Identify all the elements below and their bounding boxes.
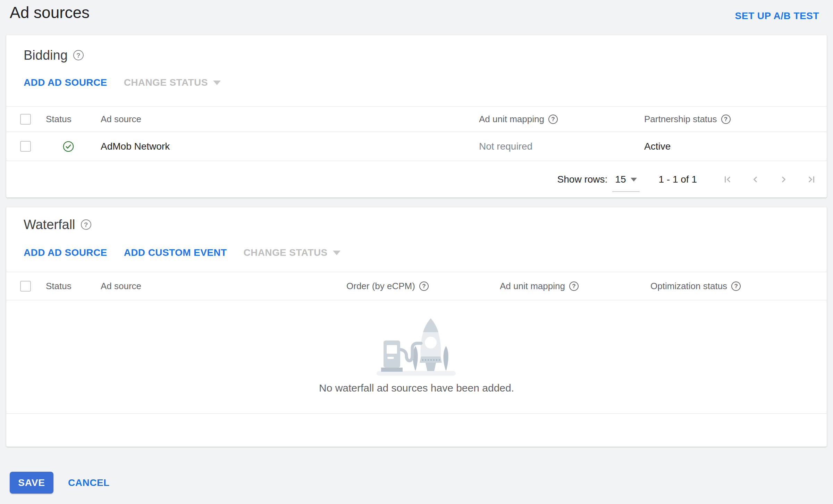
rows-per-page-value: 15 [615,174,626,185]
help-icon[interactable]: ? [731,282,741,291]
help-icon[interactable]: ? [721,115,731,124]
chevron-down-icon [631,178,637,182]
page-actions: SAVE CANCEL [10,472,833,494]
add-ad-source-button[interactable]: ADD AD SOURCE [24,78,107,87]
help-icon[interactable]: ? [81,219,91,230]
first-page-button[interactable] [723,174,733,185]
help-icon[interactable]: ? [569,282,579,291]
column-ad-source: Ad source [101,281,346,292]
column-optimization-status: Optimization status ? [650,281,827,292]
bidding-title: Bidding [24,48,68,63]
column-ad-unit-mapping: Ad unit mapping ? [479,114,644,125]
save-button[interactable]: SAVE [10,472,53,494]
change-status-button[interactable]: CHANGE STATUS [243,248,340,258]
help-icon[interactable]: ? [419,282,429,291]
bidding-pagination: Show rows: 15 1 - 1 of 1 [6,161,827,198]
partnership-status-value: Active [644,141,827,152]
pager-controls [723,174,816,185]
ad-source-name: AdMob Network [101,141,479,152]
waterfall-card: Waterfall ? ADD AD SOURCE ADD CUSTOM EVE… [6,207,827,447]
waterfall-empty-state: No waterfall ad sources have been added. [6,300,827,414]
page-range: 1 - 1 of 1 [658,174,697,185]
bidding-actions: ADD AD SOURCE CHANGE STATUS [6,78,827,87]
column-order-by-ecpm: Order (by eCPM) ? [346,281,500,292]
select-all-checkbox[interactable] [20,281,31,292]
waterfall-section-title: Waterfall ? [6,207,827,232]
help-icon[interactable]: ? [73,50,84,60]
add-ad-source-button[interactable]: ADD AD SOURCE [24,248,107,258]
previous-page-button[interactable] [750,174,761,185]
column-ad-source: Ad source [101,114,479,125]
chevron-down-icon [213,81,221,85]
column-status: Status [46,114,101,125]
cancel-button[interactable]: CANCEL [66,477,112,489]
status-cell [46,141,101,152]
rows-per-page-select[interactable]: 15 [614,174,638,185]
chevron-down-icon [333,251,340,255]
page-title: Ad sources [10,3,90,22]
setup-ab-test-link[interactable]: SET UP A/B TEST [735,10,819,22]
row-checkbox[interactable] [20,141,31,152]
bidding-section-title: Bidding ? [6,35,827,63]
waterfall-footer-strip [6,414,827,447]
change-status-button[interactable]: CHANGE STATUS [124,78,221,87]
rocket-fuel-illustration [377,316,456,376]
waterfall-table-header: Status Ad source Order (by eCPM) ? Ad un… [6,272,827,300]
table-row: AdMob Network Not required Active [6,132,827,161]
active-check-icon [62,141,74,152]
select-all-checkbox[interactable] [20,114,31,125]
change-status-label: CHANGE STATUS [124,78,208,87]
change-status-label: CHANGE STATUS [243,248,327,258]
help-icon[interactable]: ? [548,115,558,124]
column-partnership-status: Partnership status ? [644,114,827,125]
column-ad-unit-mapping: Ad unit mapping ? [500,281,650,292]
waterfall-title: Waterfall [24,217,75,232]
next-page-button[interactable] [778,174,789,185]
empty-state-message: No waterfall ad sources have been added. [319,382,514,394]
column-status: Status [46,281,101,292]
show-rows-label: Show rows: [557,174,608,185]
ad-unit-mapping-value: Not required [479,141,644,152]
add-custom-event-button[interactable]: ADD CUSTOM EVENT [124,248,227,258]
bidding-card: Bidding ? ADD AD SOURCE CHANGE STATUS St… [6,35,827,198]
page-header: Ad sources SET UP A/B TEST [0,0,833,35]
last-page-button[interactable] [806,174,816,185]
waterfall-actions: ADD AD SOURCE ADD CUSTOM EVENT CHANGE ST… [6,248,827,258]
bidding-table-header: Status Ad source Ad unit mapping ? Partn… [6,106,827,132]
